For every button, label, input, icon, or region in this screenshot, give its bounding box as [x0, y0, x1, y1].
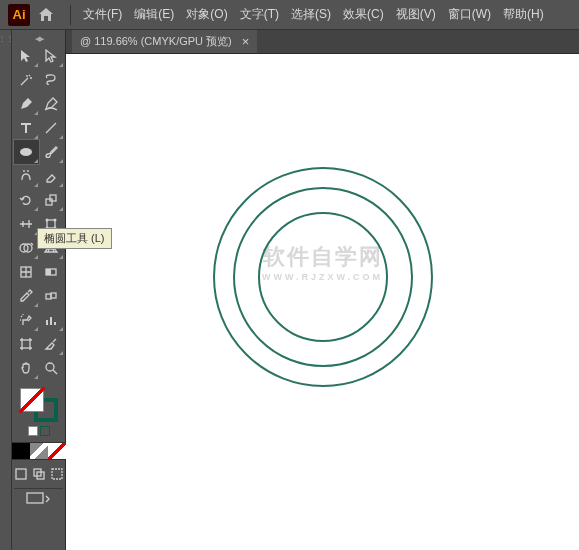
- document-tab-title: @ 119.66% (CMYK/GPU 预览): [80, 34, 232, 49]
- fill-color-box[interactable]: [20, 388, 44, 412]
- document-tab-bar: @ 119.66% (CMYK/GPU 预览) ×: [66, 30, 579, 54]
- svg-rect-12: [46, 269, 51, 275]
- magic-wand-tool[interactable]: [14, 68, 39, 92]
- artwork-circles[interactable]: [213, 167, 433, 387]
- menu-effect[interactable]: 效果(C): [337, 6, 390, 23]
- app-logo: Ai: [8, 4, 30, 26]
- svg-rect-3: [47, 220, 55, 228]
- svg-point-5: [54, 219, 57, 222]
- default-colors-icon[interactable]: [28, 426, 38, 436]
- paintbrush-tool[interactable]: [39, 140, 64, 164]
- menu-type[interactable]: 文字(T): [234, 6, 285, 23]
- menu-select[interactable]: 选择(S): [285, 6, 337, 23]
- svg-rect-15: [46, 320, 48, 325]
- curvature-tool[interactable]: [39, 92, 64, 116]
- toolbox-header[interactable]: ◀▶: [14, 34, 63, 44]
- svg-point-0: [20, 148, 32, 156]
- shape-builder-tool[interactable]: [14, 236, 39, 260]
- direct-selection-tool[interactable]: [39, 44, 64, 68]
- symbol-sprayer-tool[interactable]: [14, 308, 39, 332]
- svg-rect-14: [51, 293, 56, 298]
- hand-tool[interactable]: [14, 356, 39, 380]
- blend-tool[interactable]: [39, 284, 64, 308]
- color-mode-row: [11, 442, 67, 460]
- svg-rect-23: [52, 469, 62, 479]
- menu-view[interactable]: 视图(V): [390, 6, 442, 23]
- menu-edit[interactable]: 编辑(E): [128, 6, 180, 23]
- svg-rect-20: [16, 469, 26, 479]
- svg-rect-17: [54, 322, 56, 325]
- swap-colors-icon[interactable]: [40, 426, 50, 436]
- menu-help[interactable]: 帮助(H): [497, 6, 550, 23]
- shaper-tool[interactable]: [14, 164, 39, 188]
- draw-inside-icon[interactable]: [49, 466, 65, 482]
- eraser-tool[interactable]: [39, 164, 64, 188]
- menu-object[interactable]: 对象(O): [180, 6, 233, 23]
- app-logo-text: Ai: [13, 7, 26, 22]
- color-controls: [14, 386, 63, 484]
- pen-tool[interactable]: [14, 92, 39, 116]
- screen-mode-button[interactable]: [14, 488, 63, 502]
- circle-inner[interactable]: [258, 212, 388, 342]
- color-swatch-none[interactable]: [48, 443, 66, 459]
- artboard-tool[interactable]: [14, 332, 39, 356]
- type-tool[interactable]: [14, 116, 39, 140]
- zoom-tool[interactable]: [39, 356, 64, 380]
- scale-tool[interactable]: [39, 188, 64, 212]
- menu-file[interactable]: 文件(F): [77, 6, 128, 23]
- canvas[interactable]: 软件自学网 WWW.RJZXW.COM: [66, 54, 579, 550]
- ellipse-tool[interactable]: [14, 140, 39, 164]
- svg-point-19: [46, 363, 54, 371]
- svg-rect-2: [50, 195, 56, 201]
- svg-rect-13: [46, 294, 51, 299]
- draw-mode-row: [13, 466, 65, 482]
- divider: [70, 5, 71, 25]
- mesh-tool[interactable]: [14, 260, 39, 284]
- svg-point-4: [46, 219, 49, 222]
- svg-rect-24: [27, 493, 43, 503]
- fill-stroke-control[interactable]: [20, 388, 58, 422]
- menu-window[interactable]: 窗口(W): [442, 6, 497, 23]
- rotate-tool[interactable]: [14, 188, 39, 212]
- home-icon[interactable]: [36, 5, 56, 25]
- draw-normal-icon[interactable]: [13, 466, 29, 482]
- gradient-tool[interactable]: [39, 260, 64, 284]
- svg-rect-1: [46, 199, 52, 205]
- eyedropper-tool[interactable]: [14, 284, 39, 308]
- tooltip: 椭圆工具 (L): [37, 228, 112, 249]
- document-tab[interactable]: @ 119.66% (CMYK/GPU 预览) ×: [72, 30, 257, 53]
- color-swatch-solid[interactable]: [12, 443, 30, 459]
- color-swatch-gradient[interactable]: [30, 443, 48, 459]
- line-segment-tool[interactable]: [39, 116, 64, 140]
- svg-rect-18: [22, 340, 30, 348]
- selection-tool[interactable]: [14, 44, 39, 68]
- column-graph-tool[interactable]: [39, 308, 64, 332]
- width-tool[interactable]: [14, 212, 39, 236]
- toolbox-panel: ◀▶: [12, 30, 66, 550]
- lasso-tool[interactable]: [39, 68, 64, 92]
- draw-behind-icon[interactable]: [31, 466, 47, 482]
- left-panel-strip: ⋮⋮: [0, 30, 12, 550]
- svg-rect-16: [50, 317, 52, 325]
- menu-bar: Ai 文件(F) 编辑(E) 对象(O) 文字(T) 选择(S) 效果(C) 视…: [0, 0, 579, 30]
- close-icon[interactable]: ×: [242, 34, 250, 49]
- slice-tool[interactable]: [39, 332, 64, 356]
